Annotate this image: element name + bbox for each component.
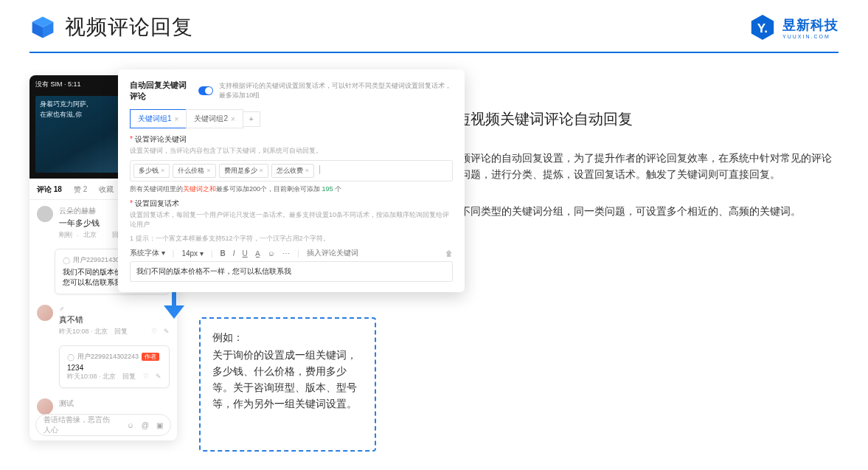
keyword-chip[interactable]: 多少钱× xyxy=(133,164,170,178)
delete-button[interactable]: 🗑 xyxy=(445,249,453,258)
reply-editor[interactable]: 我们不同的版本价格不一样，您可以私信联系我 xyxy=(130,261,453,282)
close-icon[interactable]: × xyxy=(231,115,235,123)
font-family-select[interactable]: 系统字体 ▾ xyxy=(130,248,165,258)
example-body: 关于询价的设置成一组关键词，多少钱、什么价格，费用多少等。关于咨询班型、版本、型… xyxy=(212,347,363,412)
keyword-chips[interactable]: 多少钱× 什么价格× 费用是多少× 怎么收费× | xyxy=(130,160,453,182)
svg-text:Y.: Y. xyxy=(757,21,768,35)
video-caption: 身着巧克力阿萨,在家也有滋,你 xyxy=(40,99,88,120)
reply-hint: 设置回复话术，每回复一个用户评论只发送一条话术。最多支持设置10条不同话术，按添… xyxy=(130,210,453,229)
keyword-chip[interactable]: 什么价格× xyxy=(173,164,215,178)
bullet-text: 短视频评论的自动回复设置，为了提升作者的评论回复效率，在系统中针对常见的评论用户… xyxy=(440,150,839,182)
at-icon[interactable]: @ xyxy=(142,421,149,429)
tab-comments[interactable]: 评论 18 xyxy=(37,184,62,195)
keyword-note: 所有关键词组里的关键词之和最多可添加200个，目前剩余可添加 195 个 xyxy=(130,184,453,194)
more-button[interactable]: ⋯ xyxy=(282,249,290,258)
comment-input[interactable]: 善语结善缘，恶言伤人心 ☺ @ ▣ xyxy=(35,414,171,436)
brand-name-cn: 昱新科技 xyxy=(782,16,839,34)
close-icon[interactable]: × xyxy=(175,115,179,123)
keyword-group-tab-2[interactable]: 关键词组2× xyxy=(186,109,243,128)
avatar xyxy=(37,206,53,222)
tab-favorites[interactable]: 收藏 xyxy=(99,184,114,195)
tab-likes[interactable]: 赞 2 xyxy=(74,184,87,195)
avatar xyxy=(37,398,53,415)
bullet-text: 支持不同类型的关键词分组，同一类问题，可设置多个相近的、高频的关键词。 xyxy=(440,203,801,219)
insert-keyword-button[interactable]: 插入评论关键词 xyxy=(307,248,358,258)
settings-panel: 自动回复关键词评论 支持根据评论的关键词设置回复话术，可以针对不同类型关键词设置… xyxy=(118,69,465,292)
emoji-icon[interactable]: ☺ xyxy=(127,421,134,429)
example-title: 例如： xyxy=(212,329,363,345)
toggle-label: 自动回复关键词评论 xyxy=(130,80,192,102)
keyword-chip[interactable]: 费用是多少× xyxy=(219,164,268,178)
emoji-button[interactable]: ☺ xyxy=(268,249,275,258)
italic-button[interactable]: I xyxy=(233,249,235,258)
keyword-hint: 设置关键词，当评论内容包含了以下关键词，则系统可自动回复。 xyxy=(130,146,453,156)
keyword-chip[interactable]: 怎么收费× xyxy=(271,164,314,178)
input-placeholder: 善语结善缘，恶言伤人心 xyxy=(44,415,112,435)
image-icon[interactable]: ▣ xyxy=(156,421,163,429)
author-reply: ◯ 用户2299214302243 作者 1234 昨天10:08 · 北京 回… xyxy=(59,345,170,388)
font-size-select[interactable]: 14px ▾ xyxy=(181,249,203,258)
color-button[interactable]: A̲ xyxy=(255,249,260,258)
richtext-hint: 1 提示：一个富文本框最多支持512个字符，一个汉字占用2个字符。 xyxy=(130,234,453,243)
keyword-group-tab-1[interactable]: 关键词组1× xyxy=(130,109,187,128)
editor-toolbar: 系统字体 ▾ | 14px ▾ | B I U A̲ ☺ ⋯ | 插入评论关键词… xyxy=(130,248,453,258)
brand-logo: Y. 昱新科技 YUUXIN.COM xyxy=(749,13,839,41)
bullet-item: 支持不同类型的关键词分组，同一类问题，可设置多个相近的、高频的关键词。 xyxy=(428,203,839,219)
reply-label: 设置回复话术 xyxy=(130,198,453,209)
bullet-item: 短视频评论的自动回复设置，为了提升作者的评论回复效率，在系统中针对常见的评论用户… xyxy=(428,150,839,182)
bold-button[interactable]: B xyxy=(220,249,225,258)
add-group-button[interactable]: + xyxy=(243,111,260,127)
example-box: 例如： 关于询价的设置成一组关键词，多少钱、什么价格，费用多少等。关于咨询班型、… xyxy=(199,317,376,452)
page-title: 视频评论回复 xyxy=(65,13,193,41)
brand-name-en: YUUXIN.COM xyxy=(782,34,839,39)
comment-item: ♂ 真不错 昨天10:08 · 北京 回复♡ ✎ xyxy=(29,299,177,342)
avatar xyxy=(37,305,53,321)
section-title: 短视频关键词评论自动回复 xyxy=(456,109,633,129)
auto-reply-toggle[interactable] xyxy=(198,86,214,95)
cube-icon xyxy=(29,14,56,41)
toggle-hint: 支持根据评论的关键词设置回复话术，可以针对不同类型关键词设置回复话术，最多添加1… xyxy=(219,81,453,100)
keyword-label: 设置评论关键词 xyxy=(130,134,453,145)
underline-button[interactable]: U xyxy=(242,249,247,258)
